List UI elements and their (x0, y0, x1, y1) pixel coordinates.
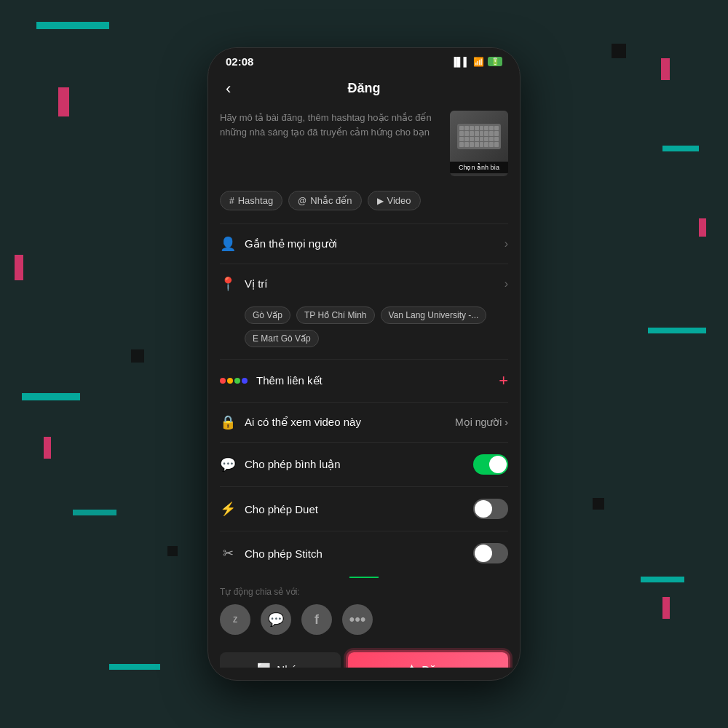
comments-icon: 💬 (220, 456, 236, 472)
mention-icon: @ (298, 196, 306, 206)
draft-label: Nháp (277, 663, 303, 668)
duet-toggle[interactable] (473, 499, 508, 519)
stitch-icon: ✂ (220, 545, 236, 561)
privacy-value: Mọi người (455, 416, 502, 428)
duet-toggle-item: ⚡ Cho phép Duet (220, 488, 508, 529)
stitch-toggle[interactable] (473, 543, 508, 563)
comments-label: Cho phép bình luận (245, 458, 341, 471)
location-chips: Gò Vấp TP Hồ Chí Minh Van Lang Universit… (220, 302, 508, 357)
status-icons: ▐▌▌ 📶 🔋 (451, 57, 502, 67)
screen-content: ‹ Đăng Hãy mô tả bài đăng, thêm hashtag … (208, 72, 520, 668)
description-text[interactable]: Hãy mô tả bài đăng, thêm hashtag hoặc nh… (220, 111, 450, 139)
tag-people-label: Gắn thẻ mọi người (245, 237, 337, 250)
share-icons-row: Z 💬 f ••• (220, 604, 508, 645)
draft-button[interactable]: ⬜ Nháp (220, 652, 341, 668)
stitch-left: ✂ Cho phép Stitch (220, 545, 323, 561)
duet-icon: ⚡ (220, 501, 236, 517)
video-label: Video (387, 195, 411, 206)
add-link-item[interactable]: Thêm liên kết + (220, 361, 508, 400)
add-link-plus-icon: + (499, 371, 508, 390)
description-area: Hãy mô tả bài đăng, thêm hashtag hoặc nh… (220, 102, 508, 185)
divider-6 (220, 486, 508, 487)
hashtag-icon: # (229, 196, 234, 206)
location-icon: 📍 (220, 276, 236, 292)
dot-red (220, 378, 226, 384)
multicolor-icon (220, 378, 248, 384)
auto-share-label: Tự động chia sẻ với: (220, 581, 508, 604)
post-label: Đăng (422, 663, 450, 668)
person-icon: 👤 (220, 236, 236, 252)
zalo-share-button[interactable]: Z (220, 604, 250, 635)
keyboard-visual (457, 124, 501, 149)
mention-label: Nhắc đến (310, 195, 352, 206)
privacy-right: Mọi người › (455, 416, 508, 428)
add-link-label: Thêm liên kết (256, 374, 323, 387)
page-title: Đăng (348, 81, 381, 96)
divider-5 (220, 442, 508, 443)
messenger-share-button[interactable]: 💬 (261, 604, 291, 635)
divider-4 (220, 402, 508, 403)
lock-icon: 🔒 (220, 414, 236, 430)
stitch-label: Cho phép Stitch (245, 547, 323, 560)
status-bar: 02:08 ▐▌▌ 📶 🔋 (208, 48, 520, 72)
draft-icon: ⬜ (257, 662, 271, 668)
privacy-left: 🔒 Ai có thể xem video này (220, 414, 361, 430)
location-item[interactable]: 📍 Vị trí › (220, 266, 508, 302)
tag-row: # Hashtag @ Nhắc đến ▶ Video (220, 185, 508, 222)
facebook-share-button[interactable]: f (301, 604, 332, 635)
post-button[interactable]: ✦ Đăng (348, 652, 509, 668)
comments-left: 💬 Cho phép bình luận (220, 456, 341, 472)
more-share-button[interactable]: ••• (342, 604, 373, 635)
duet-left: ⚡ Cho phép Duet (220, 501, 318, 517)
battery-icon: 🔋 (488, 57, 502, 66)
location-left: 📍 Vị trí (220, 276, 268, 292)
green-divider (349, 577, 379, 578)
privacy-item[interactable]: 🔒 Ai có thể xem video này Mọi người › (220, 404, 508, 440)
zalo-label: Z (233, 616, 237, 624)
location-chevron: › (505, 277, 508, 290)
chip-hcm[interactable]: TP Hồ Chí Minh (296, 306, 374, 324)
duet-label: Cho phép Duet (245, 503, 318, 515)
privacy-chevron: › (505, 416, 508, 428)
more-icon-symbol: ••• (349, 610, 365, 629)
hashtag-button[interactable]: # Hashtag (220, 191, 282, 210)
privacy-label: Ai có thể xem video này (245, 416, 361, 429)
dot-blue (242, 378, 248, 384)
divider-1 (220, 223, 508, 224)
thumbnail-label[interactable]: Chọn ảnh bìa (450, 162, 508, 173)
chip-van-lang[interactable]: Van Lang University -... (381, 306, 487, 324)
status-time: 02:08 (226, 55, 253, 68)
divider-3 (220, 359, 508, 360)
location-label: Vị trí (245, 277, 268, 290)
comments-toggle[interactable] (473, 454, 508, 475)
mention-button[interactable]: @ Nhắc đến (288, 191, 361, 210)
thumbnail-box[interactable]: Chọn ảnh bìa (450, 111, 508, 176)
wifi-icon: 📶 (473, 57, 484, 67)
comments-toggle-knob (489, 456, 507, 473)
chip-go-vap[interactable]: Gò Vấp (245, 306, 290, 324)
stitch-toggle-knob (475, 545, 492, 562)
video-button[interactable]: ▶ Video (368, 191, 421, 210)
messenger-icon-symbol: 💬 (268, 612, 284, 628)
video-icon: ▶ (377, 196, 384, 206)
facebook-icon-symbol: f (314, 612, 319, 628)
signal-icon: ▐▌▌ (451, 57, 470, 67)
divider-2 (220, 264, 508, 264)
tag-people-item[interactable]: 👤 Gắn thẻ mọi người › (220, 226, 508, 262)
header: ‹ Đăng (220, 72, 508, 102)
chip-e-mart[interactable]: E Mart Gò Vấp (245, 330, 319, 347)
phone-frame: 02:08 ▐▌▌ 📶 🔋 ‹ Đăng Hãy mô tả bài đăng,… (207, 47, 521, 681)
dot-green (234, 378, 240, 384)
tag-people-left: 👤 Gắn thẻ mọi người (220, 236, 337, 252)
dot-orange (227, 378, 233, 384)
stitch-toggle-item: ✂ Cho phép Stitch (220, 533, 508, 574)
duet-toggle-knob (475, 500, 492, 518)
back-button[interactable]: ‹ (220, 76, 237, 101)
tag-people-chevron: › (505, 237, 508, 250)
thumbnail-image (450, 111, 508, 162)
bottom-buttons: ⬜ Nháp ✦ Đăng (220, 645, 508, 668)
comments-toggle-item: 💬 Cho phép bình luận (220, 444, 508, 485)
add-link-left: Thêm liên kết (220, 374, 323, 387)
post-icon: ✦ (407, 662, 416, 668)
divider-7 (220, 531, 508, 531)
